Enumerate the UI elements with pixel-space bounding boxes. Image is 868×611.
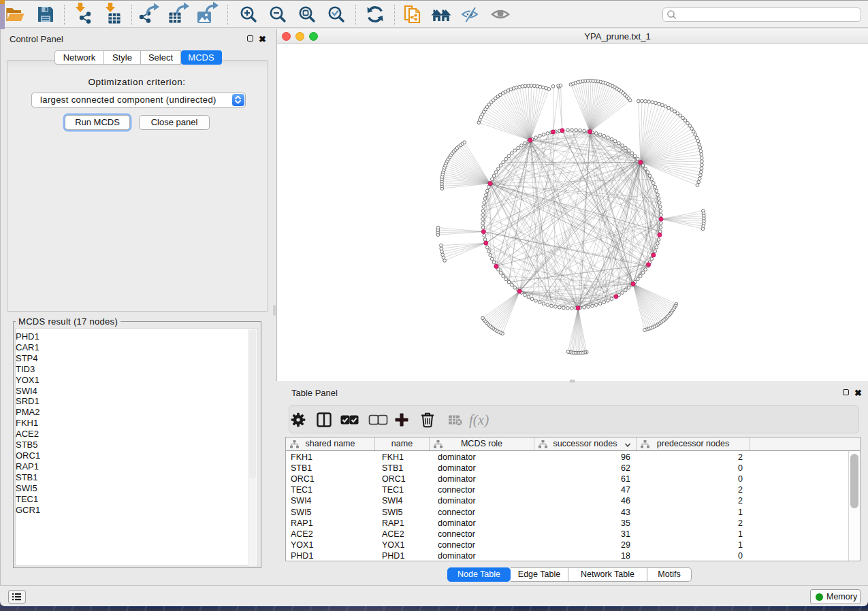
svg-text:f(x): f(x) [469,412,489,428]
